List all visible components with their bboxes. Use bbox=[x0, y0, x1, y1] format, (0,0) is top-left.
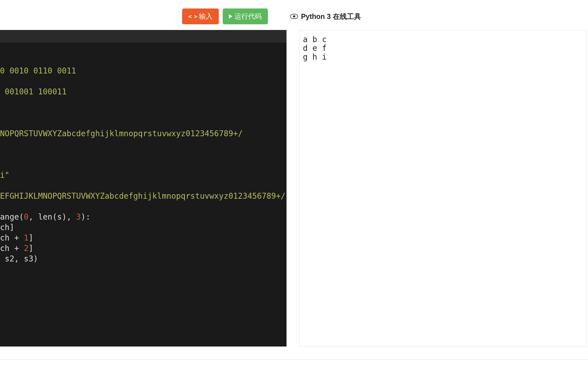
code-line bbox=[0, 139, 287, 150]
code-line bbox=[0, 181, 287, 191]
editor-tabbar bbox=[0, 30, 287, 43]
code-line: 0 0010 0110 0011 bbox=[0, 66, 287, 76]
code-line: ch + 1] bbox=[0, 233, 287, 243]
code-line: s2, s3) bbox=[0, 254, 287, 264]
code-line: NOPQRSTUVWXYZabcdefghijklmnopqrstuvwxyz0… bbox=[0, 129, 287, 139]
code-line: i" bbox=[0, 170, 287, 181]
code-line bbox=[0, 118, 287, 129]
code-line bbox=[0, 160, 287, 170]
footer-divider bbox=[0, 359, 588, 360]
code-line bbox=[0, 55, 287, 66]
code-line bbox=[0, 108, 287, 118]
code-line bbox=[0, 76, 287, 87]
code-line bbox=[0, 97, 287, 108]
code-line bbox=[0, 150, 287, 160]
run-button-label: 运行代码 bbox=[235, 12, 262, 21]
input-button-label: 输入 bbox=[199, 12, 213, 21]
code-line: 001001 100011 bbox=[0, 87, 287, 97]
eye-icon bbox=[290, 14, 298, 19]
code-line: EFGHIJKLMNOPQRSTUVWXYZabcdefghijklmnopqr… bbox=[0, 191, 287, 202]
code-line: ange(0, len(s), 3): bbox=[0, 212, 287, 222]
code-editor[interactable]: 0 0010 0110 0011 001001 100011 NOPQRSTUV… bbox=[0, 30, 287, 347]
output-panel: a b c d e f g h i bbox=[299, 30, 587, 347]
code-line bbox=[0, 202, 287, 212]
code-line: ch] bbox=[0, 222, 287, 233]
input-button[interactable]: < > 输入 bbox=[182, 8, 219, 24]
main-panels: 0 0010 0110 0011 001001 100011 NOPQRSTUV… bbox=[0, 30, 588, 347]
page-title: Python 3 在线工具 bbox=[290, 12, 361, 21]
code-line: ch + 2] bbox=[0, 243, 287, 254]
run-button[interactable]: 运行代码 bbox=[223, 8, 268, 24]
toolbar: < > 输入 运行代码 Python 3 在线工具 bbox=[182, 0, 588, 30]
play-icon bbox=[229, 14, 232, 19]
code-icon: < > bbox=[188, 13, 197, 20]
page-title-text: Python 3 在线工具 bbox=[301, 12, 361, 21]
